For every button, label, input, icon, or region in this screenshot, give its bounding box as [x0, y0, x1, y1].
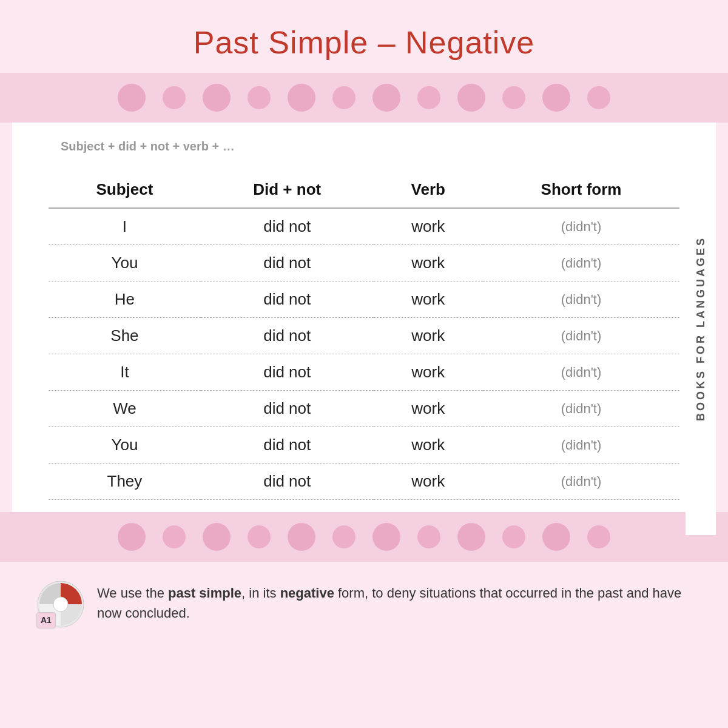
content-area: Subject + did + not + verb + … Subject D… — [12, 123, 716, 512]
sidebar-text-area: BOOKS FOR LANGUAGES — [686, 123, 716, 535]
table-row: Youdid notwork(didn't) — [49, 427, 679, 463]
svg-point-1 — [53, 597, 68, 612]
dot — [288, 523, 315, 551]
logo-area: A1 — [36, 580, 85, 629]
dot — [372, 523, 400, 551]
level-badge: A1 — [36, 612, 56, 629]
dots-row-top — [0, 73, 728, 123]
table-row: Youdid notwork(didn't) — [49, 245, 679, 281]
table-cell-verb: work — [374, 391, 484, 427]
table-cell-short-form: (didn't) — [483, 245, 679, 281]
dot — [502, 525, 525, 548]
footer-text-between: , in its — [241, 585, 280, 601]
table-cell-short-form: (didn't) — [483, 427, 679, 463]
col-header-did-not: Did + not — [201, 172, 374, 208]
table-cell-short-form: (didn't) — [483, 281, 679, 318]
table-cell-subject: We — [49, 391, 201, 427]
dots-row-bottom — [0, 512, 728, 562]
table-cell-did-not: did not — [201, 427, 374, 463]
dot — [203, 523, 231, 551]
col-header-verb: Verb — [374, 172, 484, 208]
dot — [457, 84, 485, 112]
footer-description: We use the past simple, in its negative … — [97, 580, 692, 623]
table-cell-subject: You — [49, 245, 201, 281]
table-cell-did-not: did not — [201, 318, 374, 354]
dot — [457, 523, 485, 551]
table-row: Shedid notwork(didn't) — [49, 318, 679, 354]
dot — [118, 84, 146, 112]
col-header-short-form: Short form — [483, 172, 679, 208]
dot — [542, 523, 570, 551]
conjugation-table: Subject Did + not Verb Short form Idid n… — [49, 172, 679, 500]
table-header-row: Subject Did + not Verb Short form — [49, 172, 679, 208]
table-cell-verb: work — [374, 318, 484, 354]
dot — [502, 86, 525, 109]
dot — [542, 84, 570, 112]
table-cell-verb: work — [374, 245, 484, 281]
table-cell-verb: work — [374, 281, 484, 318]
table-cell-short-form: (didn't) — [483, 354, 679, 391]
table-cell-verb: work — [374, 208, 484, 245]
dot — [587, 525, 610, 548]
table-row: Idid notwork(didn't) — [49, 208, 679, 245]
table-cell-did-not: did not — [201, 354, 374, 391]
table-cell-subject: You — [49, 427, 201, 463]
table-cell-did-not: did not — [201, 463, 374, 500]
footer: A1 We use the past simple, in its negati… — [0, 562, 728, 641]
formula-text: Subject + did + not + verb + … — [61, 133, 667, 153]
table-cell-verb: work — [374, 463, 484, 500]
dot — [163, 525, 186, 548]
dot — [587, 86, 610, 109]
dot — [118, 523, 146, 551]
sidebar-label: BOOKS FOR LANGUAGES — [695, 236, 707, 421]
dot — [163, 86, 186, 109]
table-cell-did-not: did not — [201, 245, 374, 281]
dot — [288, 84, 315, 112]
table-cell-verb: work — [374, 354, 484, 391]
footer-bold1: past simple — [168, 585, 241, 601]
table-row: Itdid notwork(didn't) — [49, 354, 679, 391]
dot — [248, 525, 271, 548]
table-cell-subject: They — [49, 463, 201, 500]
dot — [332, 86, 356, 109]
footer-bold2: negative — [280, 585, 334, 601]
dot — [248, 86, 271, 109]
table-row: Hedid notwork(didn't) — [49, 281, 679, 318]
table-cell-subject: It — [49, 354, 201, 391]
page-title: Past Simple – Negative — [12, 24, 716, 61]
dot — [332, 525, 356, 548]
table-cell-did-not: did not — [201, 281, 374, 318]
header: Past Simple – Negative — [0, 0, 728, 73]
table-cell-subject: She — [49, 318, 201, 354]
footer-text-before-bold1: We use the — [97, 585, 168, 601]
dot — [372, 84, 400, 112]
table-cell-did-not: did not — [201, 208, 374, 245]
table-cell-short-form: (didn't) — [483, 391, 679, 427]
table-cell-short-form: (didn't) — [483, 463, 679, 500]
dot — [417, 86, 440, 109]
table-cell-short-form: (didn't) — [483, 318, 679, 354]
table-cell-subject: I — [49, 208, 201, 245]
table-wrapper: Subject Did + not Verb Short form Idid n… — [12, 166, 716, 512]
table-cell-short-form: (didn't) — [483, 208, 679, 245]
dot — [203, 84, 231, 112]
formula-area: Subject + did + not + verb + … — [24, 123, 704, 153]
col-header-subject: Subject — [49, 172, 201, 208]
table-cell-verb: work — [374, 427, 484, 463]
dot — [417, 525, 440, 548]
table-cell-subject: He — [49, 281, 201, 318]
table-cell-did-not: did not — [201, 391, 374, 427]
table-row: Theydid notwork(didn't) — [49, 463, 679, 500]
table-row: Wedid notwork(didn't) — [49, 391, 679, 427]
